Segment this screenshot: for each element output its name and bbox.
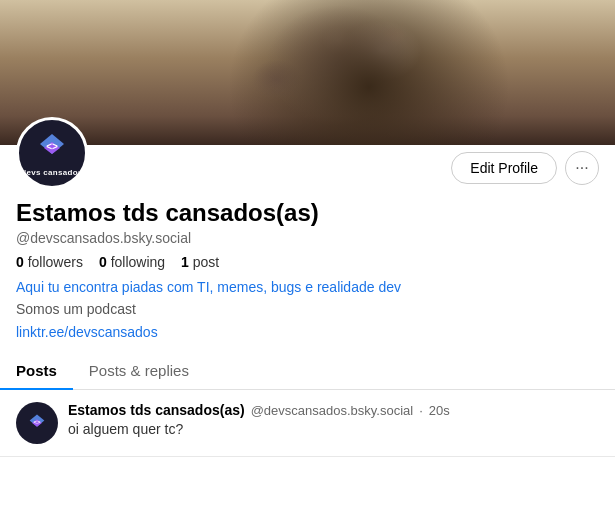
post-text: oi alguem quer tc? <box>68 420 599 440</box>
posts-label: post <box>193 254 219 270</box>
following-count: 0 <box>99 254 107 270</box>
bio-line1: Aqui tu encontra piadas com TI, memes, b… <box>16 278 599 298</box>
post-content: Estamos tds cansados(as) @devscansados.b… <box>68 402 599 444</box>
posts-stat[interactable]: 1 post <box>181 254 219 270</box>
post-header: Estamos tds cansados(as) @devscansados.b… <box>68 402 599 418</box>
tabs-row: Posts Posts & replies <box>0 352 615 390</box>
handle: @devscansados.bsky.social <box>16 230 599 246</box>
svg-text:<>: <> <box>33 419 41 426</box>
posts-list: <> Estamos tds cansados(as) @devscansado… <box>0 390 615 457</box>
tab-posts[interactable]: Posts <box>0 352 73 389</box>
posts-count: 1 <box>181 254 189 270</box>
bio-line2: Somos um podcast <box>16 299 599 320</box>
stats-row: 0 followers 0 following 1 post <box>16 254 599 270</box>
more-options-button[interactable]: ··· <box>565 151 599 185</box>
followers-stat[interactable]: 0 followers <box>16 254 83 270</box>
edit-profile-button[interactable]: Edit Profile <box>451 152 557 184</box>
avatar-label: devs cansados <box>21 168 82 177</box>
edit-row-buttons: Edit Profile ··· <box>451 151 599 185</box>
followers-label: followers <box>28 254 83 270</box>
post-avatar-icon: <> <box>26 412 48 434</box>
avatar-edit-row: <> devs cansados Edit Profile ··· <box>16 117 599 189</box>
followers-count: 0 <box>16 254 24 270</box>
avatar-icon: <> <box>34 130 70 166</box>
profile-link[interactable]: linktr.ee/devscansados <box>16 324 599 340</box>
post-time: 20s <box>429 403 450 418</box>
profile-section: <> devs cansados Edit Profile ··· Estamo… <box>0 117 615 340</box>
display-name: Estamos tds cansados(as) <box>16 199 599 228</box>
svg-text:<>: <> <box>46 141 58 152</box>
avatar: <> devs cansados <box>16 117 88 189</box>
tab-posts-replies[interactable]: Posts & replies <box>73 352 205 389</box>
post-author: Estamos tds cansados(as) <box>68 402 245 418</box>
post-dot: · <box>419 403 423 418</box>
post-avatar: <> <box>16 402 58 444</box>
post-handle: @devscansados.bsky.social <box>251 403 414 418</box>
table-row: <> Estamos tds cansados(as) @devscansado… <box>0 390 615 457</box>
following-label: following <box>111 254 165 270</box>
following-stat[interactable]: 0 following <box>99 254 165 270</box>
